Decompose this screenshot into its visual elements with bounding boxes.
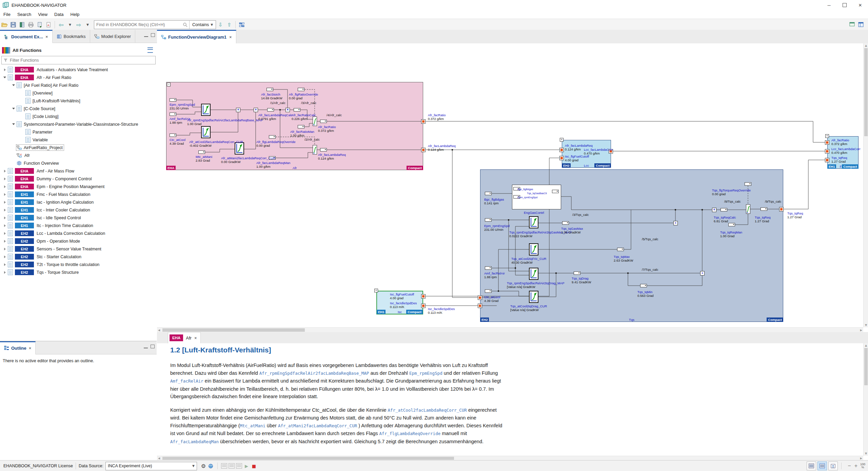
tree-item[interactable]: [Overview] [0, 89, 157, 97]
tree-item[interactable]: EH2Tqs - Torque Structure [0, 268, 157, 276]
tree-expander-icon[interactable] [2, 248, 7, 250]
tree-item[interactable]: EH1Fmc - Fuel Mass Calculation [0, 190, 157, 198]
print-button[interactable] [26, 20, 35, 29]
tree-item[interactable]: EH1Isc - Idle Speed Control [0, 214, 157, 222]
start-visualization-button[interactable]: ▶ [243, 462, 250, 470]
pdf-export-button[interactable]: A [44, 20, 53, 29]
signal-port[interactable]: ▸ [170, 112, 176, 116]
tree-item[interactable]: EH2Stc - Starter Calculation [0, 253, 157, 261]
expand-block-button[interactable]: + [825, 134, 829, 138]
tree-expander-icon[interactable] [2, 224, 7, 227]
expand-block-button[interactable]: + [560, 138, 564, 142]
connector-port[interactable] [478, 295, 482, 300]
restore-windows-icon[interactable] [848, 20, 856, 29]
forward-button[interactable]: ⇨ [74, 20, 83, 29]
document-horizontal-scrollbar[interactable]: ◀ ▶ [157, 456, 863, 460]
minmax-block[interactable]: x [700, 271, 705, 275]
tree-expander-icon[interactable] [2, 68, 7, 71]
map-curve-block[interactable] [529, 216, 538, 228]
filter-functions-input[interactable]: Filter Functions [1, 56, 156, 64]
link-with-editor-button[interactable] [237, 20, 246, 29]
signal-port[interactable]: ▸ [485, 266, 492, 270]
canvas-vertical-scrollbar[interactable]: ▲ ▼ [863, 43, 868, 327]
signal-port[interactable]: ▸ [170, 134, 176, 137]
tree-expander-icon[interactable] [2, 271, 7, 274]
menu-data[interactable]: Data [51, 11, 67, 18]
tree-item[interactable]: Systemconstant-Parameter-Variable-Classi… [0, 120, 157, 128]
sum-block[interactable]: + [254, 108, 258, 112]
connector-port[interactable] [478, 304, 482, 308]
close-button[interactable]: ✕ [852, 0, 868, 10]
tree-item[interactable]: EH1Icc - Inter Cooler Calculation [0, 206, 157, 214]
tree-item[interactable]: Variable [0, 136, 157, 144]
map-curve-block[interactable] [529, 243, 538, 255]
minimize-button[interactable]: ─ [821, 0, 837, 10]
tree-item[interactable]: EHAAfr - Air Fuel Ratio [0, 74, 157, 81]
close-icon[interactable]: × [29, 346, 32, 351]
tree-item[interactable]: [Luft-Kraftstoff-Verhältnis] [0, 97, 157, 105]
signal-port[interactable]: ▸ [485, 192, 492, 195]
view-menu-icon[interactable] [147, 47, 153, 53]
signal-port[interactable]: ▸ [298, 88, 304, 91]
signal-port[interactable]: ▸ [640, 284, 647, 287]
back-button[interactable]: ⇦ [57, 20, 65, 29]
forward-history-dropdown[interactable]: ▼ [83, 20, 92, 29]
tree-expander-icon[interactable] [2, 201, 7, 204]
signal-port[interactable]: ▸ [721, 208, 727, 211]
export-document-button[interactable] [35, 20, 44, 29]
tree-item[interactable]: cAfr [0, 151, 157, 159]
perspective-icon[interactable] [856, 20, 865, 29]
view-presenter-button[interactable] [828, 462, 838, 470]
signal-reference-link[interactable]: Afr_atCool2facLambdaReqCorr_CUR [388, 408, 467, 413]
tree-item[interactable]: EHAAmf - Air Mass Flow [0, 167, 157, 175]
map-curve-block[interactable] [201, 104, 211, 116]
close-icon[interactable]: × [45, 34, 48, 39]
tree-expander-icon[interactable] [11, 108, 16, 109]
tab-document-explorer[interactable]: Document Ex...× [0, 30, 53, 43]
tab-bookmarks[interactable]: Bookmarks [53, 30, 90, 43]
find-input[interactable] [94, 21, 182, 28]
minmax-block[interactable]: x [673, 221, 678, 225]
map-curve-block[interactable] [529, 268, 538, 280]
tree-item[interactable]: Function Overview [0, 159, 157, 167]
menu-search[interactable]: Search [14, 11, 35, 18]
find-previous-button[interactable]: ⇧ [225, 20, 234, 29]
switch-block[interactable] [313, 145, 317, 155]
tree-expander-icon[interactable] [2, 185, 7, 188]
connector-port[interactable] [559, 156, 564, 160]
maximize-panel-icon[interactable] [151, 33, 155, 37]
tab-function-overview-diagram[interactable]: FunctionOverviewDiagram1× [157, 30, 236, 44]
settings-gear-icon[interactable]: ⚙ [200, 462, 207, 470]
tree-item[interactable]: [C-Code Source] [0, 105, 157, 112]
zoom-in-button[interactable]: + [854, 463, 857, 469]
signal-port[interactable]: ▸ [170, 98, 176, 102]
tree-item[interactable]: EHAActuators - Actuators Value Treatment [0, 66, 157, 74]
connector-port[interactable] [825, 149, 829, 153]
signal-port[interactable]: ▸ [320, 148, 327, 151]
signal-reference-link[interactable]: Amf_facRelAir [170, 378, 203, 384]
multiply-block[interactable]: × [285, 108, 290, 112]
mapping-icon[interactable] [235, 462, 243, 470]
tree-expander-icon[interactable] [2, 193, 7, 196]
tree-item[interactable]: EH2Opm - Operation Mode [0, 237, 157, 245]
stop-visualization-button[interactable]: ■ [250, 462, 258, 470]
signal-port[interactable]: ▸ [562, 221, 569, 225]
canvas-horizontal-scrollbar[interactable]: ◀ ▶ [157, 327, 863, 332]
signal-reference-link[interactable]: Afr_rpmEngSpdfacRelAir2facLambdaReqBase_… [259, 371, 369, 376]
signal-port[interactable]: ▸ [761, 207, 767, 211]
tree-item[interactable]: EH1Iac - Ignition Angle Calculation [0, 198, 157, 206]
connector-port[interactable] [825, 140, 829, 145]
measurement-data-icon[interactable] [228, 462, 235, 470]
signal-port[interactable]: ▸ [552, 190, 559, 193]
signal-port[interactable]: ▸ [485, 218, 492, 222]
minimize-panel-icon[interactable] [144, 36, 148, 37]
tree-expander-icon[interactable] [2, 232, 7, 235]
signal-port[interactable]: ▸ [269, 135, 276, 139]
tree-expander-icon[interactable] [2, 178, 7, 180]
tree-expander-icon[interactable] [2, 240, 7, 243]
map-curve-block[interactable] [529, 291, 538, 303]
signal-reference-link[interactable]: Afr_flgLambdaReqOverride [379, 431, 441, 436]
tree-item[interactable]: [Code Listing] [0, 112, 157, 120]
zoom-out-button[interactable]: − [848, 463, 851, 469]
signal-reference-link[interactable]: Mtc_atMani [240, 423, 265, 428]
